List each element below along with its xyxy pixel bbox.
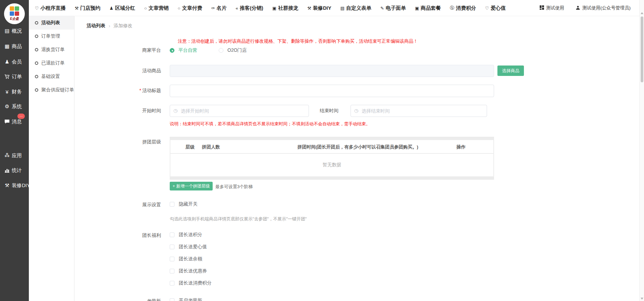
sidebar-item-diy[interactable]: ⚒ 装修DIY <box>0 181 29 189</box>
nav-item-love-value[interactable]: ♡爱心值 <box>485 5 506 11</box>
page: E企盈 ▤ 概况 ▦ 商品 ♟ 会员 订单 ¥ 财务 ⚙ 系统 消息 <box>0 0 644 301</box>
referral-checkbox-row[interactable]: 开启老带新 <box>170 298 202 301</box>
heart-icon: ♡ <box>35 6 39 11</box>
nav-item-e-sheet[interactable]: ✎电子面单 <box>380 5 406 11</box>
scrollbar-thumb[interactable] <box>641 16 643 82</box>
nav-item-article-marketing[interactable]: ○文章营销 <box>144 5 169 11</box>
sidebar-item-goods[interactable]: ▦ 商品 <box>0 42 29 50</box>
clock-icon: ◷ <box>354 108 360 113</box>
checkbox-icon[interactable] <box>170 257 174 261</box>
top-header: ♡小程序直播 ⚒门店预约 ♟区域分红 ○文章营销 ○文章付费 ✑名片 «推客(分… <box>29 0 644 16</box>
nav-item-store-booking[interactable]: ⚒门店预约 <box>75 5 101 11</box>
top-nav: ♡小程序直播 ⚒门店预约 ♟区域分红 ○文章营销 ○文章付费 ✑名片 «推客(分… <box>35 0 506 16</box>
circle-icon <box>35 35 38 38</box>
add-group-level-button[interactable]: + 新增一个拼团层级 <box>170 182 213 190</box>
sidebar-item-orders[interactable]: 订单 <box>0 73 29 81</box>
card-icon: ✑ <box>211 6 215 11</box>
chat-bubble-icon <box>4 119 10 124</box>
scroll-up-arrow-icon[interactable] <box>641 12 643 14</box>
benefit-points-row[interactable]: 团长送积分 <box>170 232 202 238</box>
end-time-note: 说明：结束时间可不填，若不填商品详情页也不展示结束时间；不填则活动不会自动结束，… <box>170 121 370 127</box>
nav-item-live[interactable]: ♡小程序直播 <box>35 5 66 11</box>
sidebar-item-finance[interactable]: ¥ 财务 <box>0 88 29 96</box>
checkbox-icon[interactable] <box>170 202 174 207</box>
benefit-love-row[interactable]: 团长送爱心值 <box>170 244 207 250</box>
empty-state-text: 暂无数据 <box>170 154 493 176</box>
menu-item-order-manage[interactable]: 订单管理 <box>29 30 74 43</box>
nav-item-region-dividend[interactable]: ♟区域分红 <box>109 5 135 11</box>
menu-item-basic-settings[interactable]: 基础设置 <box>29 70 74 83</box>
archive-icon: ▦ <box>4 43 10 49</box>
sidebar-item-messages[interactable]: 消息 <box>0 118 29 126</box>
bar-chart-icon <box>4 168 10 173</box>
menu-item-supply-chain-orders[interactable]: 聚合供应链订单管理 <box>29 83 74 97</box>
heart-icon: ♡ <box>485 6 489 11</box>
yen-icon: ¥ <box>4 89 10 95</box>
box-icon: ▤ <box>4 28 10 34</box>
nav-item-goods-package[interactable]: ▣商品套餐 <box>415 5 441 11</box>
nav-item-business-card[interactable]: ✑名片 <box>211 5 227 11</box>
app-logo[interactable]: E企盈 <box>4 3 25 24</box>
radio-o2o-store[interactable] <box>219 48 223 53</box>
sidebar-item-members[interactable]: ♟ 会员 <box>0 58 29 66</box>
top-right: 测试使用 测试使用(公众号管理员) <box>540 0 631 16</box>
hammer-icon: ⚒ <box>307 6 311 11</box>
required-asterisk: * <box>140 88 141 93</box>
nav-item-custom-form[interactable]: ▤自定义表单 <box>340 5 371 11</box>
page-scrollbar[interactable] <box>639 0 644 301</box>
user-menu[interactable]: 测试使用(公众号管理员) <box>576 5 631 11</box>
sidebar-item-system[interactable]: ⚙ 系统 <box>0 102 29 111</box>
pen-icon: ✎ <box>380 6 384 11</box>
benefit-consume-points-row[interactable]: 团长送消费积分 <box>170 280 212 286</box>
checkbox-icon[interactable] <box>170 245 174 249</box>
menu-item-refunded-orders[interactable]: 已退款订单 <box>29 56 74 70</box>
workspace-switch[interactable]: 测试使用 <box>540 5 564 11</box>
checkbox-icon[interactable] <box>170 298 174 301</box>
nav-item-distribution[interactable]: «推客(分销) <box>236 5 263 11</box>
benefit-balance-row[interactable]: 团长送余额 <box>170 256 202 262</box>
hammer-icon: ⚒ <box>4 182 10 188</box>
col-time: 拼团时间(团长开团后，有多少小时可以召集团员参团购买。) <box>298 144 418 150</box>
grid-icon <box>540 5 544 11</box>
share-icon: « <box>236 6 238 11</box>
circle-icon: ○ <box>144 6 147 11</box>
nav-item-group-chain[interactable]: ▣社群接龙 <box>272 5 298 11</box>
end-time-label: 结束时间 <box>252 108 338 114</box>
max-tier-note: 最多可设置3个阶梯 <box>215 184 253 190</box>
col-people: 拼团人数 <box>202 144 220 150</box>
circle-icon <box>35 88 38 92</box>
nav-item-consume-points[interactable]: Ⓢ消费积分 <box>450 5 476 11</box>
secondary-sidebar: 活动列表 订单管理 退换货订单 已退款订单 基础设置 聚合供应链订单管理 <box>29 16 74 301</box>
breadcrumb-current-page: 添加修改 <box>114 23 132 29</box>
benefit-coupon-row[interactable]: 团长送优惠券 <box>170 268 207 274</box>
menu-item-return-orders[interactable]: 退换货订单 <box>29 43 74 56</box>
radio-platform-self[interactable] <box>170 48 174 53</box>
clock-icon: ◷ <box>173 108 179 113</box>
sidebar-item-overview[interactable]: ▤ 概况 <box>0 27 29 35</box>
cart-icon <box>4 74 10 79</box>
nav-item-article-pay[interactable]: ○文章付费 <box>178 5 202 11</box>
chevron-right-icon: › <box>109 23 110 29</box>
menu-item-activity-list[interactable]: 活动列表 <box>29 16 74 30</box>
merchant-platform-radio-group: 平台自营 O2O门店 <box>170 47 247 53</box>
checkbox-icon[interactable] <box>170 269 174 273</box>
activity-goods-input[interactable] <box>170 65 494 77</box>
scroll-down-arrow-icon[interactable] <box>641 298 643 300</box>
checkbox-icon[interactable] <box>170 232 174 237</box>
sidebar-item-apps[interactable]: ⁂ 应用 <box>0 152 29 160</box>
select-goods-button[interactable]: 选择商品 <box>497 66 524 76</box>
nav-item-diy[interactable]: ⚒装修DIY <box>307 5 331 11</box>
hide-switch-checkbox-row[interactable]: 隐藏开关 <box>170 201 198 207</box>
activity-title-label: *活动标题 <box>74 88 161 94</box>
group-levels-table: 层级 拼团人数 拼团时间(团长开团后，有多少小时可以召集团员参团购买。) 操作 … <box>170 137 494 180</box>
form-icon: ▤ <box>340 6 344 11</box>
end-time-input[interactable] <box>351 105 487 117</box>
activity-title-input[interactable] <box>170 85 494 97</box>
breadcrumb-activity-list[interactable]: 活动列表 <box>87 23 105 29</box>
display-settings-label: 展示设置 <box>74 202 161 208</box>
sidebar-item-stats[interactable]: 统计 <box>0 166 29 174</box>
activity-goods-label: 活动商品 <box>74 68 161 74</box>
checkbox-icon[interactable] <box>170 281 174 286</box>
pawn-icon: ♟ <box>109 6 113 11</box>
primary-sidebar: E企盈 ▤ 概况 ▦ 商品 ♟ 会员 订单 ¥ 财务 ⚙ 系统 消息 <box>0 0 29 301</box>
